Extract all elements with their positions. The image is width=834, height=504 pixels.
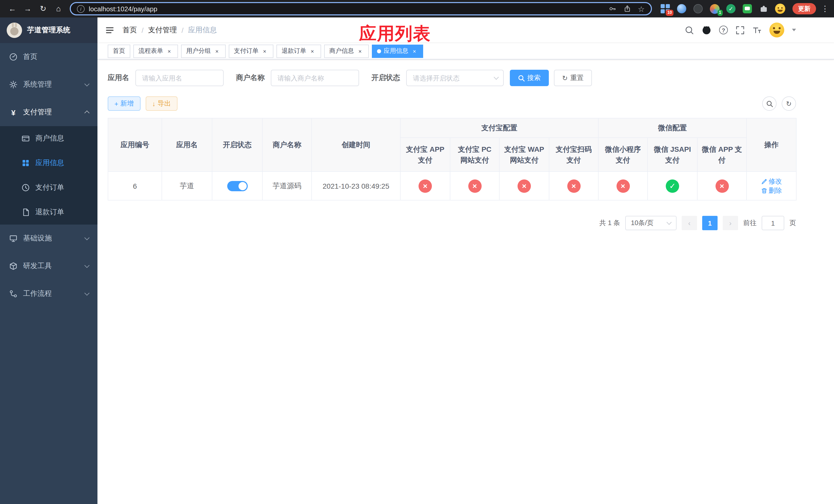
- add-button-label: 新增: [120, 99, 134, 108]
- page-1-button[interactable]: 1: [702, 216, 718, 230]
- edit-link[interactable]: 修改: [761, 177, 782, 186]
- col-group-alipay: 支付宝配置: [400, 118, 598, 138]
- tab-label: 应用信息: [384, 47, 408, 55]
- cell-wx-mini: ×: [598, 171, 648, 200]
- pay-submenu: 商户信息 应用信息 支付订单 退款订单: [0, 126, 97, 225]
- sidebar-item-pay[interactable]: ¥ 支付管理: [0, 98, 97, 126]
- app-table: 应用编号 应用名 开启状态 商户名称 创建时间 支付宝配置 微信配置 操作 支付…: [108, 118, 796, 201]
- refresh-icon: ↻: [562, 75, 568, 81]
- trash-icon: [761, 187, 767, 193]
- extension-icon-droplet[interactable]: [677, 4, 687, 14]
- tab-close-icon[interactable]: ×: [261, 47, 268, 54]
- page-content: 应用名 商户名称 开启状态 搜索 ↻ 重置: [97, 60, 834, 504]
- sidebar-item-home[interactable]: 首页: [0, 43, 97, 71]
- col-merchant: 商户名称: [262, 118, 312, 171]
- tab-pay-order[interactable]: 支付订单×: [229, 44, 273, 58]
- col-alipay-pc: 支付宝 PC 网站支付: [450, 138, 499, 171]
- sidebar-item-order[interactable]: 支付订单: [0, 175, 97, 200]
- profile-badge: 1: [717, 10, 723, 16]
- extension-icon-emoji[interactable]: [775, 4, 785, 14]
- merchant-name-label: 商户名称: [236, 73, 265, 83]
- col-alipay-app: 支付宝 APP 支付: [400, 138, 450, 171]
- tab-merchant-info[interactable]: 商户信息×: [324, 44, 369, 58]
- sidebar-item-devtool[interactable]: 研发工具: [0, 252, 97, 280]
- app-name-input[interactable]: [135, 70, 224, 86]
- chat-icon: [743, 4, 752, 13]
- status-select[interactable]: [406, 70, 504, 86]
- tab-refund-order[interactable]: 退款订单×: [277, 44, 321, 58]
- sidebar-logo[interactable]: 芋道管理系统: [0, 18, 97, 43]
- tab-user-group[interactable]: 用户分组×: [181, 44, 226, 58]
- breadcrumb-pay[interactable]: 支付管理: [148, 25, 177, 35]
- sidebar-item-app[interactable]: 应用信息: [0, 151, 97, 175]
- goto-page-input[interactable]: [762, 216, 784, 230]
- tab-close-icon[interactable]: ×: [166, 47, 173, 54]
- add-button[interactable]: + 新增: [108, 96, 140, 111]
- home-button[interactable]: ⌂: [51, 2, 66, 15]
- sidebar-item-system[interactable]: 系统管理: [0, 71, 97, 98]
- site-info-icon[interactable]: i: [77, 5, 85, 13]
- sidebar-item-label: 首页: [23, 52, 38, 62]
- font-size-icon[interactable]: [752, 25, 762, 35]
- document-icon: [22, 208, 30, 216]
- tab-close-icon[interactable]: ×: [356, 47, 364, 54]
- sidebar-toggle-button[interactable]: [105, 25, 114, 35]
- tab-home[interactable]: 首页: [108, 44, 130, 58]
- search-icon: [766, 100, 773, 107]
- tab-close-icon[interactable]: ×: [309, 47, 316, 54]
- delete-link[interactable]: 删除: [761, 186, 782, 195]
- col-alipay-wap: 支付宝 WAP 网站支付: [499, 138, 549, 171]
- extension-icon-chat[interactable]: [742, 4, 752, 14]
- extension-icon-dark[interactable]: [693, 4, 703, 14]
- extension-icon-check[interactable]: ✓: [726, 4, 736, 14]
- sidebar-item-workflow[interactable]: 工作流程: [0, 280, 97, 307]
- browser-menu-icon[interactable]: ⋮: [821, 4, 829, 13]
- browser-update-button[interactable]: 更新: [792, 3, 816, 14]
- extension-icon-profile[interactable]: 1: [709, 4, 720, 14]
- chevron-down-icon[interactable]: [792, 29, 796, 31]
- back-button[interactable]: ←: [5, 2, 20, 15]
- search-icon[interactable]: [685, 25, 694, 35]
- toggle-search-button[interactable]: [762, 96, 776, 111]
- bookmark-star-icon[interactable]: ☆: [638, 5, 645, 13]
- sidebar-item-label: 应用信息: [36, 158, 64, 168]
- breadcrumb-separator: /: [141, 26, 144, 34]
- prev-page-button[interactable]: ‹: [682, 216, 697, 230]
- user-avatar[interactable]: [769, 23, 784, 38]
- chevron-down-icon: [84, 235, 89, 240]
- reset-button[interactable]: ↻ 重置: [554, 70, 592, 86]
- merchant-name-input[interactable]: [271, 70, 359, 86]
- next-page-button[interactable]: ›: [723, 216, 738, 230]
- disabled-cross-icon: ×: [419, 179, 432, 192]
- export-button[interactable]: ↓ 导出: [146, 96, 177, 111]
- breadcrumb-home[interactable]: 首页: [123, 25, 137, 35]
- help-icon[interactable]: ?: [719, 26, 728, 35]
- page-size-select[interactable]: 10条/页: [625, 216, 677, 230]
- extension-icon-tabs[interactable]: 10: [660, 4, 671, 14]
- sidebar-item-infra[interactable]: 基础设施: [0, 225, 97, 252]
- tab-label: 流程表单: [138, 47, 163, 55]
- address-bar[interactable]: i localhost:1024/pay/app ☆: [70, 2, 652, 15]
- tab-close-icon[interactable]: ×: [213, 47, 221, 54]
- top-navbar: 首页 / 支付管理 / 应用信息 ?: [97, 18, 834, 43]
- tab-close-icon[interactable]: ×: [411, 47, 418, 54]
- forward-button[interactable]: →: [21, 2, 35, 15]
- status-select-input[interactable]: [406, 70, 504, 86]
- refresh-table-button[interactable]: ↻: [782, 96, 796, 111]
- reload-button[interactable]: ↻: [36, 2, 50, 15]
- tab-process-form[interactable]: 流程表单×: [133, 44, 178, 58]
- status-toggle[interactable]: [227, 181, 247, 191]
- sidebar-item-label: 退款订单: [36, 208, 64, 217]
- pagination-total: 共 1 条: [599, 219, 620, 228]
- tags-bar: 首页 流程表单× 用户分组× 支付订单× 退款订单× 商户信息× 应用信息×: [97, 43, 834, 60]
- password-key-icon[interactable]: [608, 5, 616, 13]
- fullscreen-icon[interactable]: [736, 25, 745, 35]
- extensions-puzzle-icon[interactable]: [759, 4, 769, 14]
- search-button[interactable]: 搜索: [510, 70, 549, 86]
- sidebar-item-merchant[interactable]: 商户信息: [0, 126, 97, 151]
- github-icon[interactable]: [702, 25, 711, 35]
- share-icon[interactable]: [623, 5, 631, 13]
- sidebar-item-refund[interactable]: 退款订单: [0, 200, 97, 225]
- yen-icon: ¥: [9, 108, 18, 117]
- tab-app-info[interactable]: 应用信息×: [372, 44, 423, 58]
